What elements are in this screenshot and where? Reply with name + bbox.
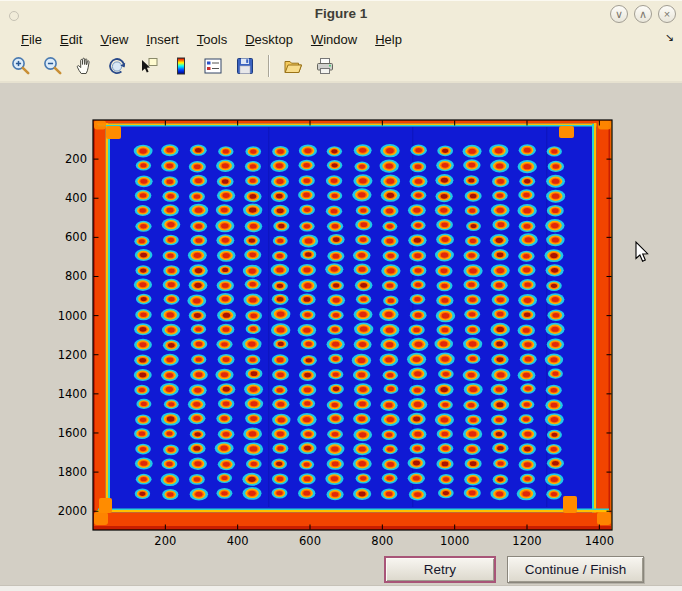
menu-overflow-arrow[interactable]: ↘ <box>665 31 674 44</box>
svg-text:800: 800 <box>371 534 393 548</box>
menu-items: FileEditViewInsertToolsDesktopWindowHelp <box>12 31 411 48</box>
zoom-out-icon[interactable] <box>41 54 65 78</box>
figure-window: Figure 1 ∨ ∧ × FileEditViewInsertToolsDe… <box>0 0 682 591</box>
svg-text:1000: 1000 <box>58 309 87 323</box>
menu-bar: FileEditViewInsertToolsDesktopWindowHelp… <box>0 29 682 49</box>
menu-view[interactable]: View <box>91 31 137 48</box>
menu-tools[interactable]: Tools <box>188 31 236 48</box>
open-icon[interactable] <box>281 54 305 78</box>
svg-text:1200: 1200 <box>512 534 541 548</box>
menu-help[interactable]: Help <box>366 31 411 48</box>
toolbar-separator <box>268 55 270 77</box>
save-icon[interactable] <box>233 54 257 78</box>
continue-finish-button[interactable]: Continue / Finish <box>507 556 644 583</box>
window-bottom-edge <box>0 585 682 591</box>
svg-text:1800: 1800 <box>58 465 87 479</box>
svg-text:1000: 1000 <box>440 534 469 548</box>
window-title: Figure 1 <box>0 6 682 21</box>
close-button[interactable]: × <box>658 5 676 23</box>
svg-text:200: 200 <box>65 152 87 166</box>
svg-text:400: 400 <box>227 534 249 548</box>
svg-text:800: 800 <box>65 269 87 283</box>
plot-area[interactable]: 2004006008001000120014002004006008001000… <box>0 83 682 585</box>
menu-desktop[interactable]: Desktop <box>236 31 302 48</box>
svg-text:1600: 1600 <box>58 426 87 440</box>
toolbar <box>0 49 682 84</box>
title-bar[interactable]: Figure 1 ∨ ∧ × <box>0 0 682 30</box>
svg-text:1200: 1200 <box>58 348 87 362</box>
menu-edit[interactable]: Edit <box>51 31 91 48</box>
svg-text:1400: 1400 <box>58 387 87 401</box>
mouse-cursor-icon <box>636 242 648 261</box>
window-controls: ∨ ∧ × <box>610 5 676 23</box>
svg-text:600: 600 <box>65 230 87 244</box>
menu-insert[interactable]: Insert <box>137 31 188 48</box>
menu-file[interactable]: File <box>12 31 51 48</box>
data-cursor-icon[interactable] <box>137 54 161 78</box>
retry-button[interactable]: Retry <box>384 556 496 583</box>
rotate-3d-icon[interactable] <box>105 54 129 78</box>
menu-window[interactable]: Window <box>302 31 366 48</box>
minimize-button[interactable]: ∨ <box>610 5 628 23</box>
zoom-in-icon[interactable] <box>9 54 33 78</box>
svg-text:200: 200 <box>154 534 176 548</box>
pan-icon[interactable] <box>73 54 97 78</box>
insert-colorbar-icon[interactable] <box>169 54 193 78</box>
svg-text:1400: 1400 <box>585 534 614 548</box>
svg-text:600: 600 <box>299 534 321 548</box>
svg-text:2000: 2000 <box>58 504 87 518</box>
print-icon[interactable] <box>313 54 337 78</box>
insert-legend-icon[interactable] <box>201 54 225 78</box>
svg-text:400: 400 <box>65 191 87 205</box>
maximize-button[interactable]: ∧ <box>634 5 652 23</box>
